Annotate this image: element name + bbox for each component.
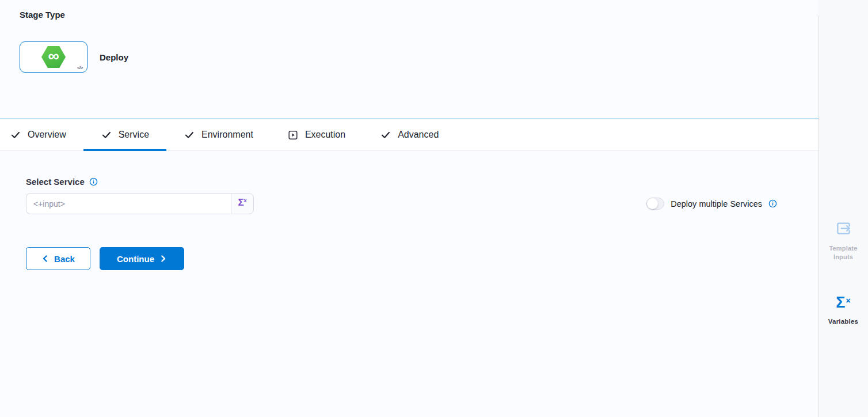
stage-tabbar: Overview Service Environment Execution A… bbox=[0, 119, 818, 151]
stage-type-panel: Stage Type ∞ </> Deploy bbox=[0, 0, 818, 119]
variables-sigma-icon: Σ × bbox=[836, 295, 850, 310]
stage-type-label: Stage Type bbox=[20, 10, 818, 20]
execution-play-icon bbox=[288, 130, 299, 141]
main-column: Stage Type ∞ </> Deploy Overview Service bbox=[0, 0, 818, 417]
runtime-input-type-button[interactable]: Σ x bbox=[231, 193, 254, 214]
infinity-glyph: ∞ bbox=[48, 48, 59, 64]
back-button[interactable]: Back bbox=[26, 247, 90, 270]
tab-label: Overview bbox=[28, 130, 66, 140]
tab-label: Environment bbox=[201, 130, 253, 140]
check-icon bbox=[184, 129, 195, 141]
variables-label: Variables bbox=[828, 317, 858, 326]
tab-advanced[interactable]: Advanced bbox=[363, 119, 456, 150]
stage-name: Deploy bbox=[100, 52, 128, 62]
select-service-info-icon[interactable] bbox=[89, 177, 98, 186]
select-service-label: Select Service bbox=[26, 177, 85, 187]
select-service-input[interactable] bbox=[26, 193, 231, 214]
template-inputs-button[interactable]: Template Inputs bbox=[818, 221, 868, 261]
check-icon bbox=[380, 129, 391, 141]
tab-environment[interactable]: Environment bbox=[166, 119, 271, 150]
deploy-multiple-services-label: Deploy multiple Services bbox=[671, 199, 762, 208]
service-input-group: Σ x bbox=[26, 193, 254, 214]
sigma-icon: Σ bbox=[238, 198, 243, 207]
right-rail: Template Inputs Σ × Variables bbox=[818, 0, 868, 417]
service-input-row: Σ x Deploy multiple Services bbox=[26, 193, 777, 214]
deploy-multiple-services-toggle[interactable] bbox=[646, 198, 664, 210]
footer-actions: Back Continue bbox=[26, 247, 818, 270]
service-tab-content: Select Service Σ x Deploy bbox=[0, 151, 818, 417]
code-icon: </> bbox=[77, 65, 83, 70]
chevron-right-icon bbox=[159, 255, 167, 263]
cd-stage-hexagon-icon: ∞ bbox=[41, 46, 66, 68]
continue-button[interactable]: Continue bbox=[100, 247, 184, 270]
stage-row: ∞ </> Deploy bbox=[20, 41, 818, 73]
toggle-knob bbox=[647, 198, 658, 209]
deploy-multiple-services-group: Deploy multiple Services bbox=[646, 198, 777, 210]
select-service-label-row: Select Service bbox=[26, 177, 818, 187]
tab-label: Service bbox=[119, 130, 149, 140]
check-icon bbox=[101, 129, 112, 141]
stage-config-page: Stage Type ∞ </> Deploy Overview Service bbox=[0, 0, 868, 417]
variables-button[interactable]: Σ × Variables bbox=[818, 295, 868, 326]
tab-label: Advanced bbox=[398, 130, 439, 140]
tab-execution[interactable]: Execution bbox=[271, 119, 363, 150]
chevron-left-icon bbox=[41, 255, 49, 263]
tab-label: Execution bbox=[305, 130, 345, 140]
template-inputs-icon bbox=[836, 221, 851, 236]
deploy-multiple-info-icon[interactable] bbox=[768, 199, 777, 208]
rail-divider bbox=[818, 16, 819, 417]
template-inputs-label: Template Inputs bbox=[825, 244, 861, 261]
tab-service[interactable]: Service bbox=[83, 119, 166, 150]
check-icon bbox=[10, 129, 21, 141]
tab-overview[interactable]: Overview bbox=[10, 119, 83, 150]
deploy-stage-card[interactable]: ∞ </> bbox=[20, 41, 87, 73]
